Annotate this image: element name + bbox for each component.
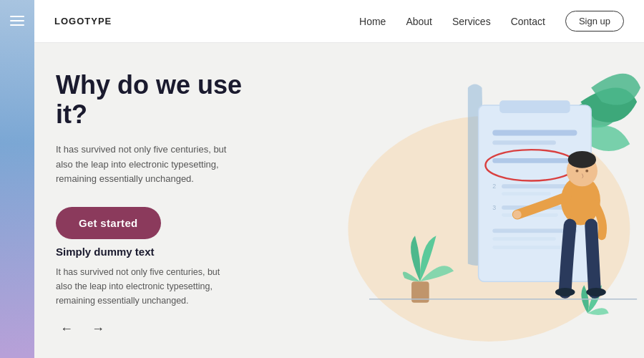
arrow-controls: ← → — [56, 321, 256, 337]
svg-rect-5 — [492, 140, 556, 145]
logo: LOGOTYPE — [54, 16, 112, 26]
svg-text:3: 3 — [492, 204, 496, 211]
svg-rect-10 — [502, 192, 551, 195]
svg-point-22 — [513, 211, 522, 219]
svg-rect-15 — [492, 237, 556, 241]
svg-rect-6 — [492, 158, 577, 163]
svg-rect-4 — [492, 130, 577, 136]
svg-rect-16 — [492, 246, 570, 249]
illustration-area: 2 3 — [278, 43, 644, 358]
nav-about[interactable]: About — [406, 16, 432, 27]
hamburger-menu[interactable] — [10, 16, 24, 26]
hero-subtext: It has survived not only five centuries,… — [56, 142, 228, 187]
top-section: Why do we use it? It has survived not on… — [56, 70, 256, 239]
nav-contact[interactable]: Contact — [511, 16, 545, 27]
svg-point-21 — [585, 170, 588, 173]
headline: Why do we use it? — [56, 70, 256, 130]
svg-point-24 — [586, 288, 606, 296]
get-started-button[interactable]: Get started — [56, 207, 161, 239]
content-area: Why do we use it? It has survived not on… — [34, 43, 644, 358]
nav-home[interactable]: Home — [359, 16, 386, 27]
prev-button[interactable]: ← — [56, 321, 77, 337]
sidebar — [0, 0, 34, 358]
svg-point-23 — [555, 288, 575, 296]
next-button[interactable]: → — [87, 321, 109, 337]
left-column: Why do we use it? It has survived not on… — [34, 43, 278, 358]
signup-button[interactable]: Sign up — [565, 11, 624, 32]
nav-services[interactable]: Services — [452, 16, 491, 27]
header: LOGOTYPE Home About Services Contact Sig… — [34, 0, 644, 43]
dummy-text: It has survived not only five centuries,… — [56, 265, 228, 308]
nav: Home About Services Contact Sign up — [359, 11, 624, 32]
svg-text:2: 2 — [492, 183, 496, 190]
svg-point-19 — [568, 151, 596, 168]
dummy-title: Simply dummy text — [56, 246, 256, 258]
svg-rect-3 — [499, 100, 570, 113]
illustration: 2 3 — [278, 43, 644, 358]
main-content: LOGOTYPE Home About Services Contact Sig… — [34, 0, 644, 358]
bottom-section: Simply dummy text It has survived not on… — [56, 246, 256, 344]
svg-point-20 — [575, 170, 578, 173]
svg-rect-9 — [502, 184, 572, 188]
